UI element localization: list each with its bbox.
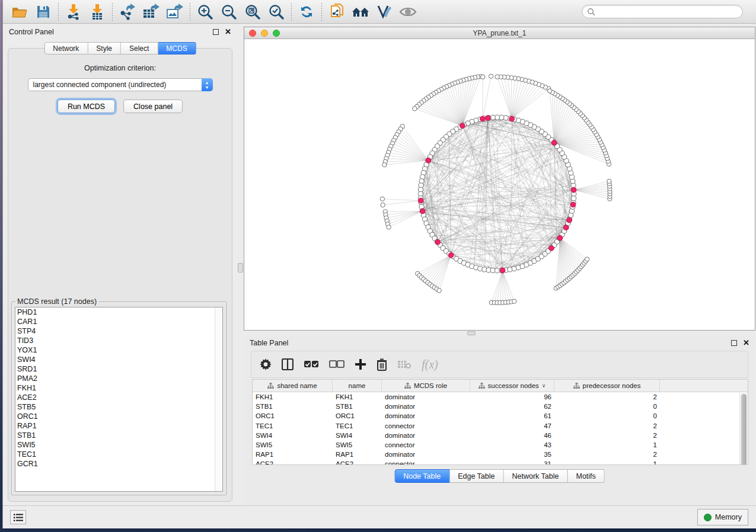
mcds-result-item[interactable]: ORC1 xyxy=(15,412,222,421)
tab-mcds[interactable]: MCDS xyxy=(158,42,196,55)
window-zoom-icon[interactable] xyxy=(273,30,280,37)
close-panel-icon[interactable]: ✕ xyxy=(225,29,231,35)
memory-button[interactable]: Memory xyxy=(697,509,748,525)
export-table-icon[interactable] xyxy=(139,2,163,22)
column-header-name[interactable]: name xyxy=(333,380,382,392)
column-layout-icon[interactable] xyxy=(282,358,294,370)
mcds-result-item[interactable]: YOX1 xyxy=(15,345,222,355)
tab-motifs[interactable]: Motifs xyxy=(567,469,604,483)
mcds-result-item[interactable]: SWI4 xyxy=(15,355,222,364)
first-neighbors-icon[interactable] xyxy=(349,2,372,22)
network-node[interactable] xyxy=(585,257,589,261)
task-history-button[interactable] xyxy=(10,510,26,524)
mcds-hub-node[interactable] xyxy=(551,140,557,146)
hide-style-icon[interactable] xyxy=(372,2,396,22)
network-node[interactable] xyxy=(387,225,391,229)
table-row[interactable]: RAP1RAP1dominator352 xyxy=(253,450,748,459)
clone-network-icon[interactable] xyxy=(325,2,349,22)
mcds-hub-node[interactable] xyxy=(426,158,431,163)
network-node[interactable] xyxy=(481,75,485,79)
zoom-out-icon[interactable] xyxy=(217,2,241,22)
mcds-hub-node[interactable] xyxy=(485,116,490,121)
table-row[interactable]: TEC1TEC1connector472 xyxy=(253,421,748,431)
function-builder-icon[interactable]: f(x) xyxy=(422,358,438,371)
mcds-hub-node[interactable] xyxy=(420,209,425,214)
delete-table-icon[interactable] xyxy=(397,360,412,369)
network-canvas[interactable] xyxy=(244,39,755,330)
import-table-icon[interactable] xyxy=(85,2,109,22)
refresh-icon[interactable] xyxy=(295,2,318,22)
column-header-successor-nodes[interactable]: successor nodes∨ xyxy=(470,380,554,392)
mcds-result-item[interactable]: RAP1 xyxy=(15,421,222,431)
search-box[interactable] xyxy=(582,5,743,18)
select-all-icon[interactable] xyxy=(304,360,319,368)
table-row[interactable]: SWI5SWI5connector431 xyxy=(253,440,748,450)
network-window-titlebar[interactable]: YPA_prune.txt_1 xyxy=(244,27,755,39)
show-hide-icon[interactable] xyxy=(396,2,420,22)
import-network-icon[interactable] xyxy=(62,2,85,22)
network-node[interactable] xyxy=(571,196,576,201)
network-node[interactable] xyxy=(547,89,551,93)
network-node[interactable] xyxy=(437,289,441,293)
optimization-criterion-select[interactable]: largest connected component (undirected)… xyxy=(28,78,213,91)
float-panel-icon[interactable] xyxy=(213,29,219,35)
tab-node-table[interactable]: Node Table xyxy=(394,469,449,483)
table-scrollbar[interactable] xyxy=(739,393,748,464)
network-node[interactable] xyxy=(380,197,384,201)
zoom-selected-icon[interactable] xyxy=(264,2,288,22)
add-column-icon[interactable] xyxy=(355,358,366,370)
mcds-result-item[interactable]: PHD1 xyxy=(15,307,222,317)
close-panel-button[interactable]: Close panel xyxy=(123,100,183,113)
mcds-result-item[interactable]: STB5 xyxy=(15,402,222,412)
search-input[interactable] xyxy=(595,8,738,16)
mcds-result-item[interactable]: STB1 xyxy=(15,431,222,440)
close-panel-icon[interactable]: ✕ xyxy=(743,340,749,346)
network-node[interactable] xyxy=(381,203,385,207)
mcds-result-item[interactable]: TEC1 xyxy=(15,450,222,459)
run-mcds-button[interactable]: Run MCDS xyxy=(58,100,115,113)
table-row[interactable]: ACE2ACE2connector311 xyxy=(253,459,748,465)
export-image-icon[interactable] xyxy=(163,2,187,22)
mcds-hub-node[interactable] xyxy=(448,252,454,258)
network-node[interactable] xyxy=(512,299,516,303)
zoom-in-icon[interactable] xyxy=(193,2,217,22)
column-header-shared-name[interactable]: shared name xyxy=(253,380,333,392)
table-row[interactable]: SWI4SWI4dominator462 xyxy=(253,431,748,440)
column-header-predecessor-nodes[interactable]: predecessor nodes xyxy=(554,380,660,392)
mcds-result-item[interactable]: CAR1 xyxy=(15,317,222,326)
table-settings-icon[interactable] xyxy=(260,358,272,370)
tab-network[interactable]: Network xyxy=(44,42,88,55)
mcds-hub-node[interactable] xyxy=(509,116,515,121)
network-node[interactable] xyxy=(607,179,611,183)
table-row[interactable]: STB1STB1dominator620 xyxy=(253,402,748,411)
mcds-result-list[interactable]: PHD1CAR1STP4TID3YOX1SWI4SRD1PMA2FKH1ACE2… xyxy=(15,307,223,492)
mcds-hub-node[interactable] xyxy=(557,235,563,241)
mcds-hub-node[interactable] xyxy=(567,217,572,223)
export-network-icon[interactable] xyxy=(116,2,139,22)
horizontal-splitter-handle[interactable] xyxy=(467,331,476,335)
mcds-result-item[interactable]: STP4 xyxy=(15,326,222,336)
mcds-result-item[interactable]: SWI5 xyxy=(15,440,222,450)
mcds-hub-node[interactable] xyxy=(570,202,576,207)
mcds-hub-node[interactable] xyxy=(460,123,465,129)
mcds-hub-node[interactable] xyxy=(500,268,505,273)
table-row[interactable]: FKH1FKH1dominator962 xyxy=(253,392,748,402)
mcds-result-item[interactable]: TID3 xyxy=(15,336,222,345)
network-node[interactable] xyxy=(413,107,417,111)
mcds-hub-node[interactable] xyxy=(418,198,423,203)
network-node[interactable] xyxy=(489,74,493,78)
save-session-icon[interactable] xyxy=(31,2,55,22)
tab-network-table[interactable]: Network Table xyxy=(504,469,568,483)
table-row[interactable]: ORC1ORC1dominator610 xyxy=(253,411,748,421)
zoom-fit-icon[interactable] xyxy=(241,2,264,22)
open-session-icon[interactable] xyxy=(8,2,31,22)
mcds-result-item[interactable]: ACE2 xyxy=(15,393,222,402)
scrollbar-thumb[interactable] xyxy=(741,394,747,465)
mcds-result-item[interactable]: GCR1 xyxy=(15,459,222,469)
tab-style[interactable]: Style xyxy=(88,42,121,55)
network-node[interactable] xyxy=(495,75,499,79)
window-close-icon[interactable] xyxy=(249,30,256,37)
vertical-splitter-handle[interactable] xyxy=(238,263,243,273)
column-header-MCDS-role[interactable]: MCDS role xyxy=(382,380,470,392)
delete-column-icon[interactable] xyxy=(377,358,387,371)
